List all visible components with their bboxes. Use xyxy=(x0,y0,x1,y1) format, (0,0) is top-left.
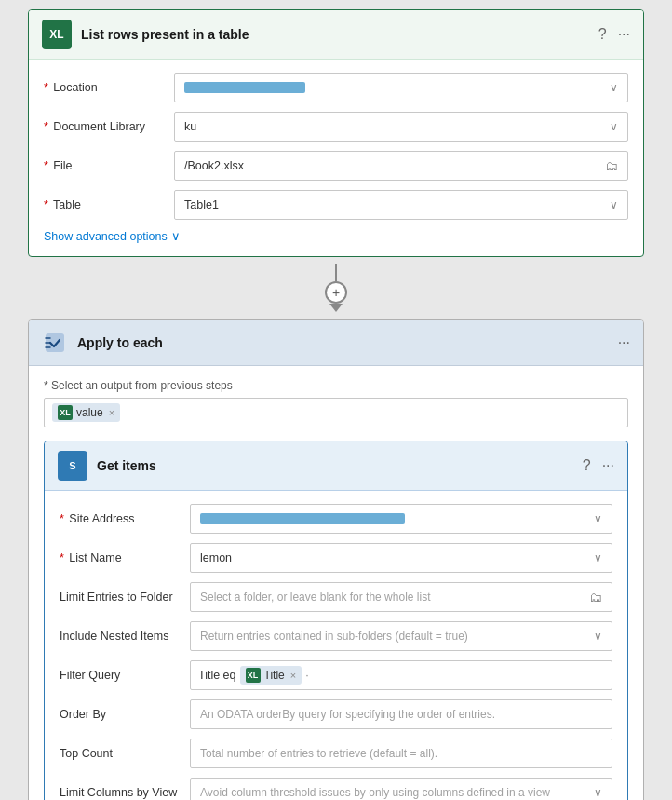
order-by-placeholder: An ODATA orderBy query for specifying th… xyxy=(200,708,495,721)
show-advanced-toggle[interactable]: Show advanced options ∨ xyxy=(44,229,628,243)
table-chevron: ∨ xyxy=(610,198,618,211)
file-input[interactable]: /Book2.xlsx 🗂 xyxy=(174,151,628,181)
token-row[interactable]: XL value × xyxy=(44,398,628,427)
list-rows-actions: ? ··· xyxy=(598,26,630,43)
file-folder-icon: 🗂 xyxy=(605,158,618,173)
get-items-actions: ? ··· xyxy=(583,457,614,474)
table-row: * Table Table1 ∨ xyxy=(44,190,628,220)
location-dropdown[interactable]: ∨ xyxy=(174,73,628,102)
help-icon[interactable]: ? xyxy=(598,26,607,43)
filter-token-label: Title xyxy=(264,669,285,682)
site-required: * xyxy=(60,512,64,525)
filter-token-icon: XL xyxy=(246,668,261,683)
limit-columns-dropdown[interactable]: Avoid column threshold issues by only us… xyxy=(190,778,612,800)
apply-actions: ··· xyxy=(618,334,630,351)
token-excel-icon: XL xyxy=(58,405,73,420)
apply-more-icon[interactable]: ··· xyxy=(618,334,630,351)
filter-query-value: Title eq XL Title × · xyxy=(198,666,309,685)
add-step-button[interactable]: + xyxy=(325,281,347,304)
document-library-dropdown[interactable]: ku ∨ xyxy=(174,112,628,142)
location-chevron: ∨ xyxy=(610,81,618,94)
sharepoint-icon: S xyxy=(58,451,87,481)
filter-token: XL Title × xyxy=(240,666,302,685)
filter-token-close[interactable]: × xyxy=(290,670,296,681)
more-icon[interactable]: ··· xyxy=(618,26,630,43)
site-address-label: * Site Address xyxy=(60,512,181,525)
file-label: * File xyxy=(44,159,165,172)
nested-items-label: Include Nested Items xyxy=(60,630,181,643)
top-count-input[interactable]: Total number of entries to retrieve (def… xyxy=(190,739,612,768)
order-by-input[interactable]: An ODATA orderBy query for specifying th… xyxy=(190,699,612,729)
filter-query-row: Filter Query Title eq XL Title × · xyxy=(60,660,612,690)
get-items-more-icon[interactable]: ··· xyxy=(602,457,614,474)
apply-title: Apply to each xyxy=(77,335,609,350)
location-label: * Location xyxy=(44,81,165,94)
limit-folder-input[interactable]: Select a folder, or leave blank for the … xyxy=(190,582,612,612)
filter-cursor: · xyxy=(305,669,308,682)
list-name-row: * List Name lemon ∨ xyxy=(60,543,612,573)
filter-query-input[interactable]: Title eq XL Title × · xyxy=(190,660,612,690)
show-advanced-chevron: ∨ xyxy=(171,229,181,243)
filter-text: Title eq xyxy=(198,669,236,682)
file-required: * xyxy=(44,159,48,172)
table-value: Table1 xyxy=(184,198,219,211)
get-items-body: * Site Address ∨ * List Name lemon ∨ xyxy=(45,491,627,800)
site-address-value xyxy=(200,513,405,524)
doc-lib-required: * xyxy=(44,120,48,133)
order-by-label: Order By xyxy=(60,708,181,721)
token-close-button[interactable]: × xyxy=(109,407,114,418)
limit-columns-label: Limit Columns by View xyxy=(60,786,181,799)
limit-columns-placeholder: Avoid column threshold issues by only us… xyxy=(200,786,550,799)
connector-arrow xyxy=(329,304,343,312)
top-count-placeholder: Total number of entries to retrieve (def… xyxy=(200,747,437,760)
list-rows-header: XL List rows present in a table ? ··· xyxy=(29,10,643,60)
location-required: * xyxy=(44,81,48,94)
list-name-chevron: ∨ xyxy=(594,551,602,564)
filter-query-label: Filter Query xyxy=(60,669,181,682)
list-name-label: * List Name xyxy=(60,551,181,564)
nested-items-row: Include Nested Items Return entries cont… xyxy=(60,621,612,651)
apply-header: Apply to each ··· xyxy=(29,320,643,366)
site-address-chevron: ∨ xyxy=(594,512,602,525)
limit-columns-chevron: ∨ xyxy=(594,786,602,799)
file-row: * File /Book2.xlsx 🗂 xyxy=(44,151,628,181)
top-count-row: Top Count Total number of entries to ret… xyxy=(60,739,612,768)
list-rows-body: * Location ∨ * Document Library ku ∨ * F… xyxy=(29,60,643,256)
apply-icon xyxy=(42,330,68,356)
connector-between: + xyxy=(28,257,644,319)
document-library-value: ku xyxy=(184,120,196,133)
get-items-help-icon[interactable]: ? xyxy=(583,457,591,474)
get-items-header: S Get items ? ··· xyxy=(45,441,627,491)
apply-to-each-card: Apply to each ··· * Select an output fro… xyxy=(28,319,644,800)
site-address-dropdown[interactable]: ∨ xyxy=(190,504,612,534)
table-dropdown[interactable]: Table1 ∨ xyxy=(174,190,628,220)
limit-columns-row: Limit Columns by View Avoid column thres… xyxy=(60,778,612,800)
select-output-label: * Select an output from previous steps xyxy=(44,379,628,392)
nested-items-dropdown[interactable]: Return entries contained in sub-folders … xyxy=(190,621,612,651)
table-label: * Table xyxy=(44,198,165,211)
top-count-label: Top Count xyxy=(60,747,181,760)
token-value-label: value xyxy=(76,406,103,419)
list-name-value: lemon xyxy=(200,551,232,564)
list-required: * xyxy=(60,551,64,564)
limit-folder-row: Limit Entries to Folder Select a folder,… xyxy=(60,582,612,612)
connector-line-top xyxy=(335,264,337,281)
limit-folder-icon: 🗂 xyxy=(589,590,602,604)
excel-icon: XL xyxy=(42,20,72,49)
list-name-dropdown[interactable]: lemon ∨ xyxy=(190,543,612,573)
location-value xyxy=(184,82,305,93)
get-items-card: S Get items ? ··· * Site Address ∨ xyxy=(44,441,628,800)
site-address-row: * Site Address ∨ xyxy=(60,504,612,534)
limit-folder-placeholder: Select a folder, or leave blank for the … xyxy=(200,590,430,603)
list-rows-title: List rows present in a table xyxy=(81,27,589,42)
nested-items-placeholder: Return entries contained in sub-folders … xyxy=(200,630,468,643)
doc-lib-chevron: ∨ xyxy=(610,120,618,133)
document-library-row: * Document Library ku ∨ xyxy=(44,112,628,142)
get-items-title: Get items xyxy=(97,458,573,473)
table-required: * xyxy=(44,198,48,211)
nested-items-chevron: ∨ xyxy=(594,630,602,643)
location-row: * Location ∨ xyxy=(44,73,628,102)
show-advanced-label: Show advanced options xyxy=(44,230,168,243)
file-value: /Book2.xlsx xyxy=(184,159,244,172)
order-by-row: Order By An ODATA orderBy query for spec… xyxy=(60,699,612,729)
